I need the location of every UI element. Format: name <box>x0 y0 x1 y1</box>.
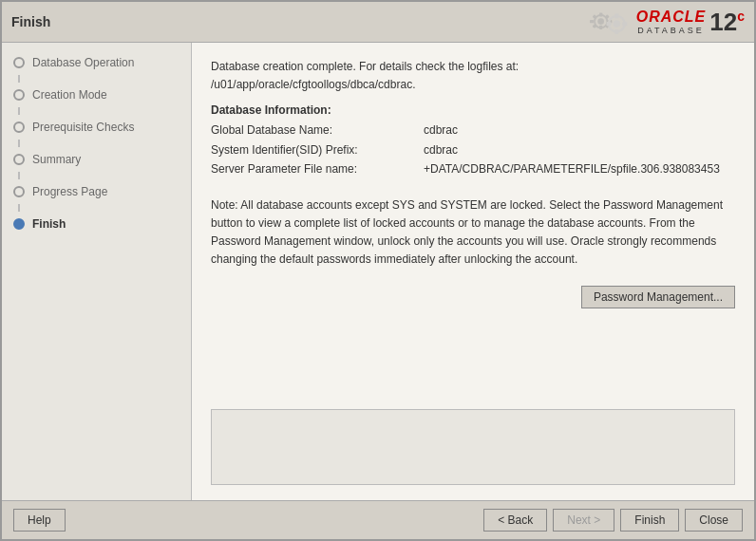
svg-point-11 <box>613 20 620 28</box>
db-info-label-0: Global Database Name: <box>211 121 420 140</box>
db-info-title: Database Information: <box>211 103 735 117</box>
svg-rect-12 <box>614 13 618 18</box>
main-window: Finish <box>0 0 756 541</box>
sidebar-item-progress-page[interactable]: Progress Page <box>2 181 191 202</box>
db-info-value-2: +DATA/CDBRAC/PARAMETERFILE/spfile.306.93… <box>424 159 720 178</box>
db-info-section: Database Information: Global Database Na… <box>211 103 735 182</box>
title-bar-right: ORACLE DATABASE 12c <box>585 8 745 36</box>
db-info-row-2: Server Parameter File name: +DATA/CDBRAC… <box>211 159 735 178</box>
gear-icon <box>585 8 633 36</box>
step-connector-4 <box>18 172 20 179</box>
oracle-logo: ORACLE DATABASE 12c <box>636 9 745 35</box>
sidebar-item-creation-mode[interactable]: Creation Mode <box>2 84 191 105</box>
step-connector-5 <box>18 204 20 212</box>
help-button[interactable]: Help <box>13 509 66 532</box>
sidebar-label-finish: Finish <box>32 217 66 231</box>
db-info-label-2: Server Parameter File name: <box>211 159 420 178</box>
bottom-box <box>211 409 735 485</box>
db-info-row-0: Global Database Name: cdbrac <box>211 121 735 140</box>
db-info-label-1: System Identifier(SID) Prefix: <box>211 140 420 159</box>
sidebar-label-prerequisite-checks: Prerequisite Checks <box>32 121 134 134</box>
svg-rect-14 <box>606 22 611 26</box>
back-button[interactable]: < Back <box>483 509 547 532</box>
db-info-row-1: System Identifier(SID) Prefix: cdbrac <box>211 140 735 159</box>
title-bar: Finish <box>2 2 754 43</box>
finish-button[interactable]: Finish <box>620 509 679 532</box>
sidebar-item-database-operation[interactable]: Database Operation <box>2 52 191 73</box>
svg-rect-2 <box>599 12 602 16</box>
step-circle-creation-mode <box>13 89 25 101</box>
footer: Help < Back Next > Finish Close <box>2 500 754 539</box>
step-circle-prerequisite-checks <box>13 121 25 133</box>
password-management-button[interactable]: Password Management... <box>581 286 735 308</box>
step-connector-3 <box>18 140 20 147</box>
oracle-brand-text: ORACLE <box>636 9 707 25</box>
step-circle-summary <box>13 154 25 165</box>
intro-text: Database creation complete. For details … <box>211 58 735 94</box>
svg-point-1 <box>597 18 604 25</box>
oracle-version: 12c <box>709 9 745 34</box>
step-connector-1 <box>18 75 20 83</box>
sidebar-label-summary: Summary <box>32 153 81 166</box>
step-circle-finish <box>13 218 25 230</box>
step-circle-progress-page <box>13 186 25 197</box>
sidebar: Database Operation Creation Mode Prerequ… <box>2 43 192 500</box>
svg-rect-15 <box>622 22 627 26</box>
svg-rect-13 <box>614 29 618 34</box>
sidebar-item-summary[interactable]: Summary <box>2 149 191 170</box>
db-info-table: Global Database Name: cdbrac System Iden… <box>211 121 735 178</box>
close-button[interactable]: Close <box>685 509 743 532</box>
svg-rect-4 <box>590 20 594 23</box>
sidebar-label-progress-page: Progress Page <box>32 185 107 198</box>
content-area: Database creation complete. For details … <box>192 43 754 500</box>
main-content: Database Operation Creation Mode Prerequ… <box>2 43 754 500</box>
window-title: Finish <box>11 14 50 29</box>
oracle-database-label: DATABASE <box>636 26 707 35</box>
intro-line2: /u01/app/oracle/cfgtoollogs/dbca/cdbrac. <box>211 78 415 91</box>
svg-rect-3 <box>599 26 602 29</box>
intro-line1: Database creation complete. For details … <box>211 60 519 73</box>
next-button[interactable]: Next > <box>553 509 614 532</box>
sidebar-label-database-operation: Database Operation <box>32 56 134 69</box>
note-text: Note: All database accounts except SYS a… <box>211 196 735 270</box>
footer-right-buttons: < Back Next > Finish Close <box>483 509 743 532</box>
sidebar-label-creation-mode: Creation Mode <box>32 88 107 102</box>
db-info-value-0: cdbrac <box>424 121 458 140</box>
step-connector-2 <box>18 107 20 115</box>
sidebar-item-prerequisite-checks[interactable]: Prerequisite Checks <box>2 117 191 138</box>
sidebar-item-finish[interactable]: Finish <box>2 214 191 234</box>
step-circle-database-operation <box>13 57 25 68</box>
password-btn-row: Password Management... <box>211 286 735 308</box>
db-info-value-1: cdbrac <box>424 140 458 159</box>
